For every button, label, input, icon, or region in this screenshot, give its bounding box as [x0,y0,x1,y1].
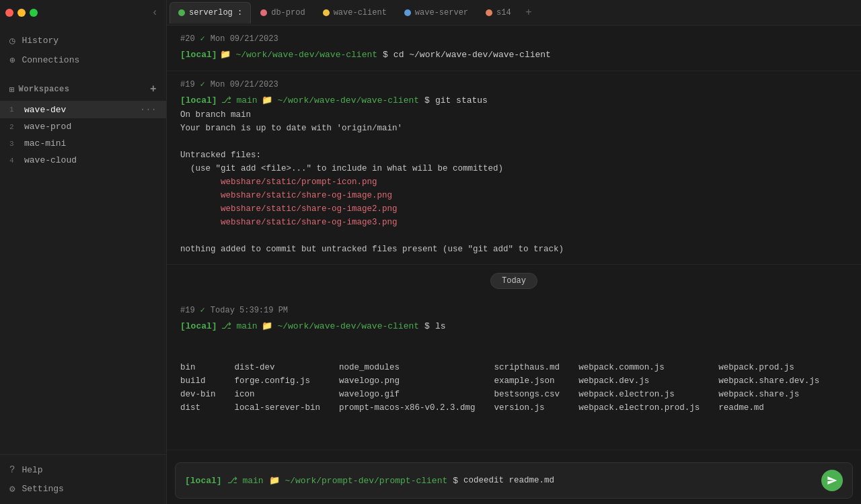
prompt-host-19a: [local] [180,95,217,106]
history-header-today: #19 ✓ Today 5:39:19 PM [180,305,848,315]
history-date-20: Mon 09/21/2023 [211,34,278,44]
output-19a: On branch main Your branch is up to date… [180,108,848,256]
workspaces-section-header: ⊞ Workspaces + [0,78,166,101]
prompt-line-20: [local] 📁 ~/work/wave-dev/wave-client $ … [180,49,848,60]
tab-label-wave-server: wave-server [415,8,468,17]
workspace-menu-icon[interactable]: ··· [140,104,157,115]
grid-icon: ⊞ [9,85,15,95]
history-date-19a: Mon 09/21/2023 [211,80,278,89]
sidebar-item-history-label: History [22,36,59,46]
workspace-label-wave-dev: wave-dev [24,105,66,115]
main-area: serverlog : db-prod wave-client wave-ser… [167,0,861,504]
history-num-19a: #19 [180,80,195,89]
workspace-label-wave-cloud: wave-cloud [24,155,77,165]
tab-s14[interactable]: s14 [478,2,519,24]
history-check-19a: ✓ [200,79,205,89]
traffic-lights [5,9,38,17]
settings-icon: ⚙ [9,483,15,495]
history-block-20: #20 ✓ Mon 09/21/2023 [local] 📁 ~/work/wa… [167,26,861,71]
minimize-button[interactable] [17,9,26,17]
tab-wave-server[interactable]: wave-server [396,2,476,24]
sidebar-bottom: ? Help ⚙ Settings [0,454,166,504]
sidebar-item-history[interactable]: ◷ History [0,31,166,50]
sidebar-item-settings-label: Settings [22,484,63,494]
workspace-item-wave-cloud[interactable]: 4 wave-cloud [0,152,166,169]
history-header-19a: #19 ✓ Mon 09/21/2023 [180,79,848,89]
prompt-line-today: [local] ⎇ main 📁 ~/work/wave-dev/wave-cl… [180,321,848,331]
prompt-cmd-20: cd ~/work/wave-dev/wave-client [394,50,551,60]
tab-label-wave-client: wave-client [334,8,387,17]
prompt-dollar-20: $ [383,50,388,60]
sidebar: ‹ ◷ History ⊕ Connections ⊞ Workspaces +… [0,0,167,504]
prompt-path-19a: 📁 ~/work/wave-dev/wave-client [262,95,419,106]
input-prompt-line: [local] ⎇ main 📁 ~/work/prompt-dev/promp… [185,475,817,486]
prompt-cmd-19a: git status [435,95,488,106]
input-host: [local] [185,476,222,486]
sidebar-item-help-label: Help [22,465,42,475]
input-command[interactable]: codeedit readme.md [463,476,817,485]
sidebar-nav: ◷ History ⊕ Connections [0,26,166,75]
tab-dot-db-prod [260,9,267,16]
titlebar: ‹ [0,0,166,26]
maximize-button[interactable] [30,9,38,17]
workspace-label-mac-mini: mac-mini [24,138,66,149]
sidebar-item-connections[interactable]: ⊕ Connections [0,50,166,70]
send-icon [827,475,837,486]
history-date-today: Today 5:39:19 PM [211,306,288,315]
history-num-20: #20 [180,34,195,44]
day-divider: Today [167,265,861,297]
tab-serverlog[interactable]: serverlog : [170,2,251,24]
history-header-20: #20 ✓ Mon 09/21/2023 [180,34,848,44]
workspaces-label: Workspaces [19,85,70,94]
prompt-branch-today: ⎇ main [221,321,258,331]
workspace-item-wave-dev[interactable]: 1 wave-dev ··· [0,101,166,118]
history-num-today: #19 [180,306,195,315]
sidebar-item-connections-label: Connections [22,55,79,65]
tab-label-db-prod: db-prod [271,8,305,17]
send-button[interactable] [821,470,843,491]
sidebar-item-settings[interactable]: ⚙ Settings [0,479,166,499]
input-path: 📁 ~/work/prompt-dev/prompt-client [269,475,448,486]
workspace-num-4: 4 [9,157,19,165]
terminal-content[interactable]: #20 ✓ Mon 09/21/2023 [local] 📁 ~/work/wa… [167,26,861,457]
new-tab-button[interactable]: + [521,5,537,21]
history-block-today: #19 ✓ Today 5:39:19 PM [local] ⎇ main 📁 … [167,297,861,450]
tab-wave-client[interactable]: wave-client [315,2,395,24]
tab-dot-s14 [486,9,492,16]
history-icon: ◷ [9,35,15,46]
tab-label-s14: s14 [496,8,511,17]
add-workspace-button[interactable]: + [150,83,157,95]
workspace-num-2: 2 [9,123,19,131]
prompt-dollar-today: $ [424,321,430,331]
prompt-host-today: [local] [180,321,217,331]
history-check-today: ✓ [200,305,205,315]
prompt-cmd-today: ls [435,321,446,331]
connections-icon: ⊕ [9,54,15,66]
tab-label-serverlog: serverlog : [189,8,242,17]
output-today: bin dist-dev node_modules scripthaus.md … [180,334,848,442]
sidebar-toggle[interactable]: ‹ [149,5,161,20]
prompt-path-today: 📁 ~/work/wave-dev/wave-client [262,321,419,331]
history-check-20: ✓ [200,34,205,44]
tab-dot-wave-server [404,9,411,16]
prompt-branch-19a: ⎇ main [221,95,258,106]
close-button[interactable] [5,9,13,17]
input-bar: [local] ⎇ main 📁 ~/work/prompt-dev/promp… [175,462,853,499]
input-dollar: $ [453,476,458,486]
workspace-num-1: 1 [9,106,19,114]
tab-db-prod[interactable]: db-prod [252,2,313,24]
prompt-dollar-19a: $ [424,95,430,106]
input-branch: ⎇ main [227,475,264,486]
sidebar-item-help[interactable]: ? Help [0,460,166,479]
workspace-label-wave-prod: wave-prod [24,122,71,132]
prompt-path-20: 📁 ~/work/wave-dev/wave-client [220,49,377,60]
workspace-item-mac-mini[interactable]: 3 mac-mini [0,135,166,152]
workspace-item-wave-prod[interactable]: 2 wave-prod [0,118,166,135]
day-badge: Today [490,273,537,289]
workspace-num-3: 3 [9,140,19,148]
tab-dot-serverlog [178,9,185,16]
prompt-line-19a: [local] ⎇ main 📁 ~/work/wave-dev/wave-cl… [180,95,848,106]
history-block-19a: #19 ✓ Mon 09/21/2023 [local] ⎇ main 📁 ~/… [167,71,861,265]
prompt-host-20: [local] [180,50,217,60]
tab-bar: serverlog : db-prod wave-client wave-ser… [167,0,861,26]
